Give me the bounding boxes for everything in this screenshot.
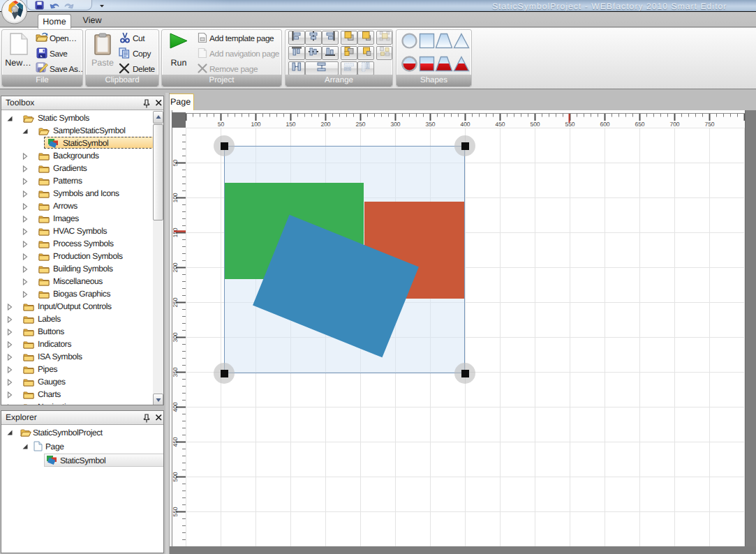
svg-text:100: 100 (172, 193, 179, 202)
svg-text:600: 600 (600, 121, 609, 128)
svg-text:50: 50 (172, 160, 179, 167)
svg-text:300: 300 (390, 121, 400, 128)
svg-text:450: 450 (495, 121, 505, 128)
svg-text:500: 500 (530, 121, 540, 128)
svg-text:50: 50 (218, 121, 225, 128)
svg-text:200: 200 (172, 262, 179, 272)
svg-text:550: 550 (565, 121, 575, 128)
svg-text:400: 400 (172, 402, 179, 412)
svg-text:400: 400 (460, 121, 470, 128)
svg-text:700: 700 (669, 121, 679, 128)
svg-text:500: 500 (172, 472, 179, 481)
svg-text:750: 750 (704, 121, 714, 128)
svg-text:350: 350 (172, 367, 179, 377)
svg-text:550: 550 (172, 507, 179, 516)
svg-text:200: 200 (320, 121, 330, 128)
svg-text:450: 450 (172, 437, 179, 447)
svg-text:150: 150 (286, 121, 295, 128)
svg-text:250: 250 (172, 297, 179, 307)
svg-text:300: 300 (172, 332, 179, 342)
svg-text:150: 150 (172, 227, 179, 237)
svg-text:250: 250 (355, 121, 365, 128)
svg-text:350: 350 (425, 121, 435, 128)
svg-text:650: 650 (635, 121, 644, 128)
svg-text:100: 100 (251, 121, 260, 128)
